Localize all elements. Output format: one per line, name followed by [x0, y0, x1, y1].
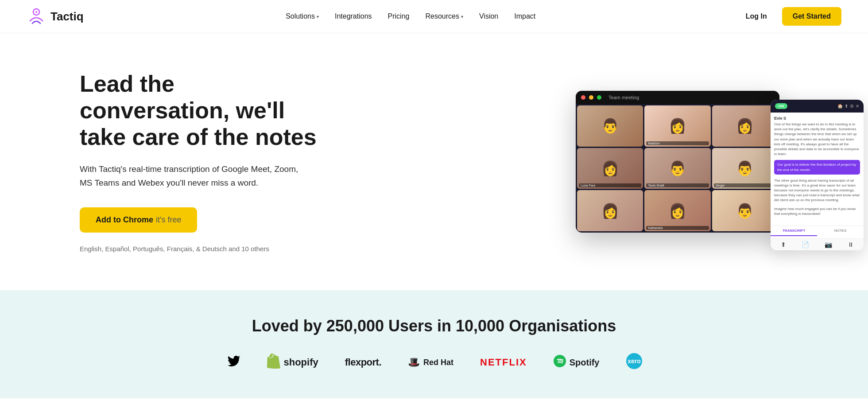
- xero-icon: xero: [626, 353, 642, 372]
- window-min-dot: [589, 95, 593, 100]
- twitter-icon: [226, 355, 240, 370]
- redhat-text: Red Hat: [423, 358, 453, 367]
- shopify-text: shopify: [284, 357, 318, 368]
- transcript-highlight: Our goal is to deliver the first iterati…: [774, 160, 860, 174]
- participant-9: 👨: [712, 190, 778, 231]
- brand-netflix: NETFLIX: [480, 357, 527, 368]
- nav-integrations[interactable]: Integrations: [329, 9, 378, 24]
- home-icon: 🏠: [837, 104, 843, 109]
- tab-notes[interactable]: NOTES: [817, 226, 864, 236]
- nav-pricing[interactable]: Pricing: [382, 9, 416, 24]
- netflix-text: NETFLIX: [480, 357, 527, 368]
- brand-twitter: [226, 355, 240, 370]
- participant-8: 👩 Nathaniels: [644, 190, 710, 231]
- svg-point-1: [35, 11, 37, 13]
- social-proof-section: Loved by 250,000 Users in 10,000 Organis…: [0, 290, 868, 398]
- brand-spotify: Spotify: [554, 355, 600, 370]
- chevron-down-icon: ▾: [461, 14, 463, 19]
- nav-solutions[interactable]: Solutions ▾: [279, 9, 325, 24]
- participant-6: 👨 Sergei: [712, 148, 778, 189]
- brand-redhat: 🎩 Red Hat: [408, 357, 453, 368]
- brand-logos: shopify flexport. 🎩 Red Hat NETFLIX Spot…: [44, 353, 824, 372]
- transcript-header: ON 🏠 ⬆ ⚙ ✕: [771, 100, 864, 113]
- nav-impact[interactable]: Impact: [508, 9, 542, 24]
- transcript-header-icons: 🏠 ⬆ ⚙ ✕: [837, 104, 859, 109]
- nav-actions: Log In Get Started: [738, 7, 841, 26]
- meeting-window: Team meeting 👨 👩 Madison 👩 👩 Lucia Fara: [576, 91, 779, 233]
- close-icon: ✕: [856, 104, 859, 109]
- hero-title: Lead the conversation, we'll take care o…: [80, 71, 328, 150]
- flexport-text: flexport.: [345, 357, 381, 368]
- transcript-text-2: The other good thing about having transc…: [774, 178, 860, 203]
- shopify-icon: [267, 354, 280, 371]
- brand-xero: xero: [626, 353, 642, 372]
- navbar: Tactiq Solutions ▾ Integrations Pricing …: [0, 0, 868, 33]
- brand-shopify: shopify: [267, 354, 318, 371]
- add-to-chrome-button[interactable]: Add to Chrome it's free: [80, 207, 197, 233]
- logo-link[interactable]: Tactiq: [27, 7, 84, 26]
- nav-links: Solutions ▾ Integrations Pricing Resourc…: [279, 9, 542, 24]
- get-started-button[interactable]: Get Started: [782, 7, 841, 26]
- meeting-grid: 👨 👩 Madison 👩 👩 Lucia Fara 👨 Tarek Khali…: [576, 104, 779, 233]
- speaker-name: Evie S: [774, 116, 860, 121]
- spotify-text: Spotify: [570, 358, 600, 368]
- spotify-icon: [554, 355, 566, 370]
- participant-1: 👨: [577, 105, 643, 147]
- participant-2: 👩 Madison: [644, 105, 710, 147]
- social-proof-title: Loved by 250,000 Users in 10,000 Organis…: [44, 317, 824, 335]
- chevron-down-icon: ▾: [317, 14, 319, 19]
- settings-icon: ⚙: [850, 104, 854, 109]
- logo-text: Tactiq: [50, 10, 84, 23]
- add-to-chrome-free: it's free: [156, 215, 181, 225]
- upload-icon: ⬆: [845, 104, 848, 109]
- brand-flexport: flexport.: [345, 357, 381, 368]
- window-max-dot: [597, 95, 601, 100]
- window-close-dot: [581, 95, 585, 100]
- participant-3: 👩: [712, 105, 778, 147]
- nav-vision[interactable]: Vision: [473, 9, 504, 24]
- transcript-tabs: TRANSCRIPT NOTES: [771, 225, 864, 236]
- share-icon[interactable]: ⬆: [781, 241, 786, 248]
- participant-4: 👩 Lucia Fara: [577, 148, 643, 189]
- hero-languages: English, Español, Português, Français, &…: [80, 245, 328, 253]
- transcript-sidebar: ON 🏠 ⬆ ⚙ ✕ Evie S One of the things we w…: [771, 100, 864, 250]
- hero-image-area: Team meeting 👨 👩 Madison 👩 👩 Lucia Fara: [576, 91, 824, 233]
- nav-resources[interactable]: Resources ▾: [419, 9, 469, 24]
- transcript-text-1: One of the things we want to do in this …: [774, 122, 860, 156]
- transcript-actions: ⬆ 📄 📷 ⏸: [771, 238, 864, 250]
- transcript-body: Evie S One of the things we want to do i…: [771, 113, 864, 223]
- transcript-toggle[interactable]: ON: [775, 103, 787, 109]
- svg-text:xero: xero: [628, 358, 641, 365]
- hero-subtitle: With Tactiq's real-time transcription of…: [80, 163, 301, 190]
- hero-content: Lead the conversation, we'll take care o…: [80, 71, 328, 253]
- doc-icon[interactable]: 📄: [802, 241, 809, 248]
- participant-5: 👨 Tarek Khalil: [644, 148, 710, 189]
- meeting-label: Team meeting: [608, 95, 639, 100]
- tab-transcript[interactable]: TRANSCRIPT: [771, 226, 817, 236]
- participant-7: 👩: [577, 190, 643, 231]
- hero-section: Lead the conversation, we'll take care o…: [0, 33, 868, 290]
- transcript-text-3: Imagine how much engaged you can be if y…: [774, 206, 860, 216]
- camera-icon[interactable]: 📷: [825, 241, 832, 248]
- tactiq-logo-icon: [27, 7, 46, 26]
- redhat-icon: 🎩: [408, 357, 420, 368]
- login-button[interactable]: Log In: [738, 8, 775, 25]
- meeting-header: Team meeting: [576, 91, 779, 104]
- pause-icon[interactable]: ⏸: [848, 241, 854, 248]
- add-to-chrome-label: Add to Chrome: [96, 215, 153, 225]
